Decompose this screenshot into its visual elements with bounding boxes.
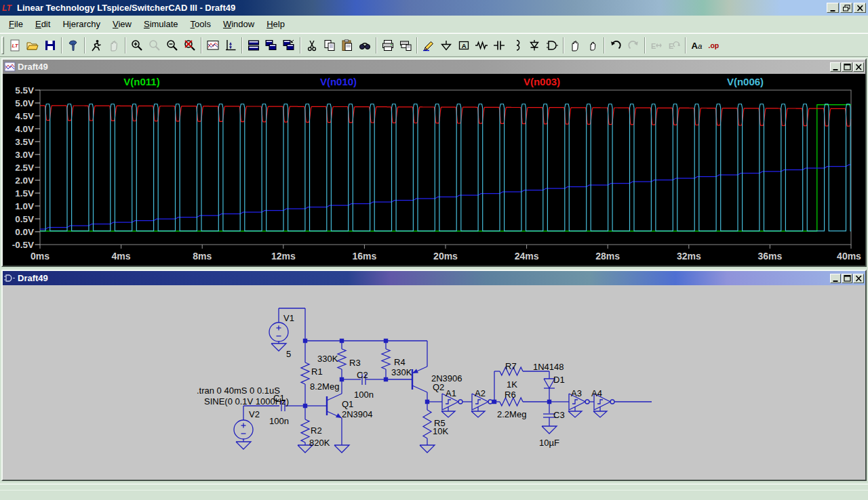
resistor-button[interactable]: [473, 37, 490, 54]
legend-V(n006)[interactable]: V(n006): [715, 76, 776, 87]
cascade-button[interactable]: [280, 37, 298, 54]
minimize-button[interactable]: [827, 3, 839, 13]
legend-V(n010)[interactable]: V(n010): [308, 76, 369, 87]
mirror-icon: E: [650, 39, 663, 52]
ground-button[interactable]: [437, 37, 455, 54]
text-icon: Aa: [690, 39, 704, 52]
minimize-button[interactable]: [830, 274, 841, 283]
diode-button[interactable]: [526, 37, 543, 54]
component-label-a1: A1: [446, 388, 456, 398]
maximize-button[interactable]: [842, 62, 852, 72]
y-tick-label: 0.5V: [15, 214, 34, 224]
minimize-icon: [831, 274, 840, 283]
menu-file[interactable]: File: [3, 16, 29, 32]
waveform-plot-area[interactable]: V(n011)V(n010)V(n003)V(n006) 5.5V5.0V4.5…: [3, 74, 865, 266]
drag-button[interactable]: [584, 37, 601, 54]
cut-icon: [305, 39, 319, 52]
component-button[interactable]: [543, 37, 561, 54]
run-button[interactable]: [87, 37, 105, 54]
copy-button[interactable]: [321, 37, 338, 54]
toolbar-separator: [604, 37, 605, 54]
component-value-r4: 330K: [391, 367, 412, 377]
plot-settings-button[interactable]: [204, 37, 222, 54]
legend-V(n011)[interactable]: V(n011): [111, 76, 172, 87]
find-button[interactable]: [356, 37, 374, 54]
y-tick-label: 5.0V: [15, 98, 34, 108]
tile-vertical-button[interactable]: [262, 37, 280, 54]
schematic-svg: V15V2R18.2MegR2820KR3330KR4330KR510KR62.…: [3, 285, 865, 480]
halt-icon: [107, 39, 121, 52]
tile-horizontal-button[interactable]: [245, 37, 262, 54]
menu-bar: FileEditHierarchyViewSimulateToolsWindow…: [0, 16, 868, 33]
print-button[interactable]: [379, 37, 397, 54]
waveform-window[interactable]: Draft49 V(n011)V(n010)V(n003)V(n006) 5.5…: [1, 58, 867, 267]
zoom-in-button[interactable]: [128, 37, 146, 54]
capacitor-button[interactable]: [490, 37, 508, 54]
minimize-button[interactable]: [830, 62, 841, 72]
paste-button[interactable]: [338, 37, 356, 54]
spice-directive-text-1: SINE(0 0.1V 1000Hz): [204, 396, 289, 407]
menu-view[interactable]: View: [106, 16, 138, 32]
main-title-bar[interactable]: LT Linear Technology LTspice/SwitcherCAD…: [0, 0, 868, 16]
y-tick-label: 2.5V: [15, 163, 34, 173]
redo-button[interactable]: [625, 37, 642, 54]
print-setup-button[interactable]: [397, 37, 414, 54]
component-label-v2: V2: [249, 409, 260, 419]
window-title: Linear Technology LTspice/SwitcherCAD II…: [17, 3, 235, 13]
menu-help[interactable]: Help: [260, 16, 291, 32]
toolbar-separator: [241, 37, 243, 54]
zoom-back-button[interactable]: [146, 37, 163, 54]
label-net-button[interactable]: A: [455, 37, 473, 54]
wire-button[interactable]: [420, 37, 437, 54]
copy-icon: [323, 39, 336, 52]
autorange-y-button[interactable]: [222, 37, 239, 54]
y-tick-label: 0.0V: [15, 227, 34, 237]
svg-text:a: a: [698, 42, 702, 50]
open-button[interactable]: [24, 37, 41, 54]
zoom-full-button[interactable]: [181, 37, 199, 54]
schematic-window-title-bar[interactable]: Draft49: [3, 271, 865, 285]
close-button[interactable]: [853, 62, 864, 72]
menu-simulate[interactable]: Simulate: [138, 16, 184, 32]
restore-icon: [842, 4, 851, 12]
lt-logo-icon: LT: [2, 3, 14, 13]
menu-hierarchy[interactable]: Hierarchy: [56, 16, 106, 32]
menu-edit[interactable]: Edit: [29, 16, 56, 32]
component-label-r3: R3: [349, 358, 361, 368]
control-panel-button[interactable]: [64, 37, 82, 54]
print-icon: [381, 39, 395, 52]
schematic-canvas[interactable]: V15V2R18.2MegR2820KR3330KR4330KR510KR62.…: [3, 285, 865, 480]
cut-button[interactable]: [303, 37, 321, 54]
undo-button[interactable]: [607, 37, 625, 54]
close-button[interactable]: [853, 274, 864, 283]
rotate-button[interactable]: E: [665, 37, 683, 54]
text-button[interactable]: Aa: [688, 37, 706, 54]
mirror-button[interactable]: E: [648, 37, 665, 54]
restore-button[interactable]: [840, 3, 852, 13]
x-tick-label: 28ms: [595, 251, 620, 262]
spice-directive-button[interactable]: .op: [706, 37, 724, 54]
y-tick-label: 3.0V: [15, 150, 34, 160]
y-tick-label: -0.5V: [12, 240, 34, 250]
inductor-button[interactable]: [508, 37, 526, 54]
new-schematic-button[interactable]: LT: [6, 37, 24, 54]
menu-tools[interactable]: Tools: [184, 16, 217, 32]
mdi-client-area: Draft49 V(n011)V(n010)V(n003)V(n006) 5.5…: [0, 57, 868, 484]
menu-window[interactable]: Window: [217, 16, 260, 32]
waveform-window-title-bar[interactable]: Draft49: [3, 60, 865, 74]
component-value-d1: 1N4148: [533, 362, 564, 372]
close-button[interactable]: [854, 3, 866, 13]
toolbar-grip[interactable]: [1, 37, 4, 54]
halt-button[interactable]: [105, 37, 123, 54]
save-button[interactable]: [41, 37, 59, 54]
close-icon: [856, 4, 865, 12]
component-value-c2: 100n: [354, 390, 374, 400]
legend-V(n003)[interactable]: V(n003): [511, 76, 572, 87]
maximize-button[interactable]: [842, 274, 852, 283]
zoom-out-button[interactable]: [163, 37, 181, 54]
minimize-icon: [831, 63, 840, 71]
schematic-window[interactable]: Draft49 V15V2R18.2MegR2820KR3330KR4330KR…: [1, 270, 867, 481]
component-label-q2: Q2: [433, 382, 444, 392]
move-button[interactable]: [566, 37, 584, 54]
close-icon: [854, 63, 863, 71]
